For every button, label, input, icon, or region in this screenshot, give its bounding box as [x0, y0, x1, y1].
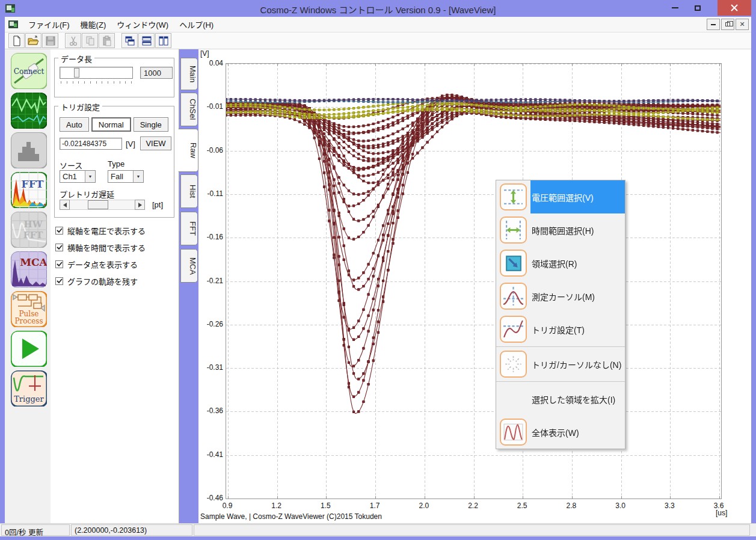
context-menu-separator — [496, 346, 625, 347]
menu-item-3[interactable]: ヘルプ(H) — [174, 16, 219, 32]
maximize-button[interactable] — [686, 0, 709, 16]
checkbox-1[interactable] — [55, 244, 63, 251]
x-tick-label: 0.9 — [214, 502, 241, 510]
trigger-mode-auto-button[interactable]: Auto — [60, 117, 89, 132]
tab-raw[interactable]: Raw — [178, 129, 198, 172]
checkbox-label-2: データ点を表示する — [67, 259, 138, 270]
checkbox-label-1: 横軸を時間で表示する — [67, 242, 146, 253]
context-menu-item-full-view[interactable]: 全体表示(W) — [496, 416, 625, 449]
full-view-icon — [500, 419, 527, 446]
mdi-close-button[interactable]: ✕ — [736, 19, 749, 30]
minimize-button[interactable] — [663, 0, 686, 16]
data-length-slider-thumb[interactable] — [74, 68, 79, 78]
cascade-toolbar-button[interactable] — [121, 33, 138, 48]
checkbox-0[interactable] — [55, 227, 63, 235]
mdi-close-icon: ✕ — [739, 21, 745, 28]
checkbox-3[interactable] — [55, 277, 63, 285]
tile-vertical-toolbar-button[interactable] — [155, 33, 171, 48]
menu-item-0[interactable]: ファイル(F) — [23, 16, 75, 32]
tab-chsel[interactable]: ChSel — [180, 93, 198, 126]
data-length-slider[interactable] — [60, 67, 133, 79]
voltage-range-icon — [500, 183, 527, 210]
svg-text:FFT: FFT — [23, 230, 43, 241]
tab-hist[interactable]: Hist — [180, 174, 198, 208]
pretrigger-label: プレトリガ遅延 — [60, 188, 114, 200]
right-arrow-icon — [138, 203, 142, 207]
checkbox-row-3[interactable]: グラフの軌跡を残す — [55, 275, 138, 287]
mdi-restore-button[interactable] — [721, 19, 734, 30]
y-tick-label: -0.41 — [198, 450, 223, 459]
tile-horizontal-toolbar-button[interactable] — [138, 33, 155, 48]
y-tick-label: -0.16 — [198, 233, 223, 241]
save-toolbar-button — [42, 33, 58, 48]
context-menu-item-trigger-setting[interactable]: トリガ設定(T) — [496, 313, 625, 346]
tab-main[interactable]: Main — [180, 58, 198, 90]
pretrigger-left-arrow[interactable] — [60, 200, 70, 210]
y-tick-label: -0.46 — [198, 494, 223, 502]
context-menu-item-voltage-range[interactable]: 電圧範囲選択(V) — [496, 180, 625, 213]
checkbox-2[interactable] — [55, 260, 63, 268]
pretrigger-thumb[interactable] — [88, 200, 108, 209]
waveform-canvas[interactable] — [226, 64, 721, 499]
context-menu-item-zoom-selected-region[interactable]: 選択した領域を拡大(I) — [496, 382, 625, 416]
tab-mca[interactable]: MCA — [180, 249, 198, 283]
context-menu-label: 電圧範囲選択(V) — [530, 180, 625, 213]
trigger-sidebar-button[interactable]: Trigger — [11, 370, 48, 408]
pulse-process-sidebar-button[interactable]: PulseProcess — [11, 291, 48, 328]
pretrigger-right-arrow[interactable] — [135, 200, 145, 210]
trigger-level-input[interactable]: -0.021484375 — [60, 138, 122, 150]
type-dropdown-icon[interactable]: ▼ — [133, 171, 143, 182]
mdi-minimize-button[interactable] — [707, 19, 720, 30]
context-menu-label: 選択した領域を拡大(I) — [530, 382, 625, 416]
status-update-rate: 0回/秒 更新 — [1, 524, 70, 536]
menu-item-1[interactable]: 機能(Z) — [75, 16, 112, 32]
context-menu-item-time-range[interactable]: 時間範囲選択(H) — [496, 213, 625, 247]
scope-sidebar-button[interactable] — [11, 93, 48, 130]
data-length-value[interactable]: 1000 — [140, 67, 173, 79]
x-tick-label: 1.7 — [361, 502, 388, 510]
waveform-plot[interactable] — [226, 63, 722, 499]
context-menu-item-region-select[interactable]: 領域選択(R) — [496, 247, 625, 280]
pretrigger-scrollbar[interactable] — [60, 200, 145, 210]
minimize-icon — [672, 7, 678, 8]
new-toolbar-button[interactable] — [8, 33, 25, 48]
open-toolbar-button[interactable] — [25, 33, 41, 48]
connect-sidebar-button[interactable]: Connect — [11, 53, 48, 90]
source-select[interactable]: Ch1 ▼ — [60, 170, 96, 183]
mca-sidebar-button[interactable]: MCA — [11, 251, 48, 289]
histogram-icon — [11, 132, 47, 168]
cut-toolbar-button — [65, 33, 81, 48]
context-menu-label: 領域選択(R) — [530, 247, 625, 280]
menu-item-2[interactable]: ウィンドウ(W) — [111, 16, 174, 32]
context-menu-icon-cell — [496, 216, 530, 244]
no-trigger-icon — [500, 351, 527, 378]
time-range-icon — [500, 216, 527, 244]
context-menu-label: 時間範囲選択(H) — [530, 213, 625, 247]
checkbox-row-0[interactable]: 縦軸を電圧で表示する — [55, 225, 146, 236]
context-menu: 電圧範囲選択(V)時間範囲選択(H)領域選択(R)測定カーソル(M)トリガ設定(… — [496, 180, 625, 449]
checkbox-row-1[interactable]: 横軸を時間で表示する — [55, 242, 146, 253]
pretrigger-track[interactable] — [70, 200, 135, 210]
fft-sidebar-button[interactable]: FFT — [11, 172, 48, 209]
x-tick-label: 2.0 — [411, 502, 437, 510]
source-dropdown-icon[interactable]: ▼ — [85, 171, 95, 182]
chart-footer-caption: Sample Wave, | Cosmo-Z WaveViewer (C)201… — [200, 512, 382, 521]
type-select[interactable]: Fall ▼ — [108, 170, 144, 183]
x-tick-label: 2.8 — [558, 502, 585, 510]
trigger-level-unit: [V] — [126, 140, 135, 149]
context-menu-item-measure-cursor[interactable]: 測定カーソル(M) — [496, 280, 625, 313]
context-menu-item-no-trigger[interactable]: トリガ/カーソルなし(N) — [496, 348, 625, 381]
trigger-mode-normal-button[interactable]: Normal — [91, 117, 131, 132]
view-button[interactable]: VIEW — [140, 137, 171, 150]
data-length-group: データ長 1000 — [54, 58, 174, 97]
checkbox-row-2[interactable]: データ点を表示する — [55, 259, 138, 270]
svg-text:Process: Process — [14, 317, 43, 325]
run-sidebar-button[interactable] — [11, 331, 48, 368]
trigger-mode-single-button[interactable]: Single — [134, 117, 168, 132]
cascade-icon — [124, 35, 135, 46]
tab-fft[interactable]: FFT — [180, 212, 198, 245]
window-title: Cosmo-Z Windows コントロール Version 0.9 - [Wa… — [0, 3, 756, 16]
close-button[interactable] — [718, 0, 751, 16]
type-value: Fall — [108, 171, 133, 182]
x-tick-label: 3.3 — [656, 502, 683, 510]
